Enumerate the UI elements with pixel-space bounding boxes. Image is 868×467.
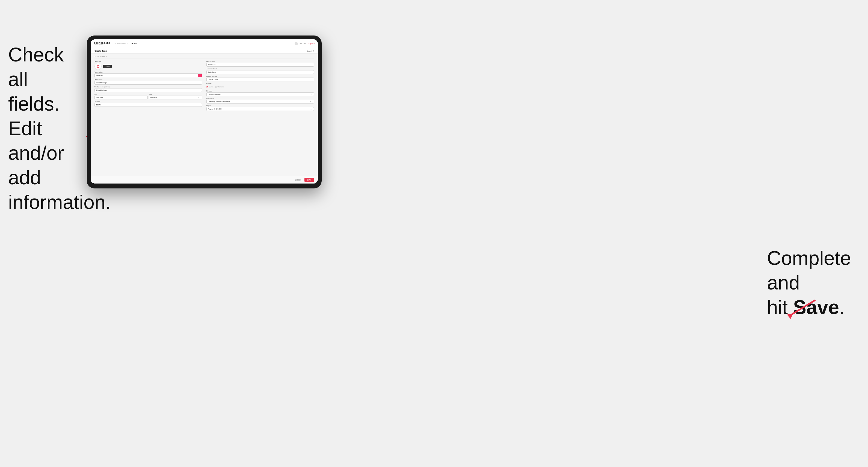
navbar-logo: SCOREBOARD Powered by clippd [94, 42, 111, 45]
tab-teams[interactable]: TEAMS [131, 42, 137, 45]
conference-label: Conference [207, 97, 314, 99]
division-label: Division [207, 90, 314, 92]
tablet-device: SCOREBOARD Powered by clippd TOURNAMENTS… [87, 35, 322, 188]
cancel-footer-button[interactable]: Cancel [293, 178, 302, 182]
upload-button[interactable]: Upload [103, 65, 112, 68]
state-select[interactable]: New York ✕ ⌄ [149, 96, 202, 99]
team-colour-group: Team colour #F43168 [94, 71, 202, 77]
form-body: TEAM DETAILS Team logo [91, 54, 318, 113]
gender-label: Gender [207, 83, 314, 84]
annotation-right-line1: Complete and [767, 247, 851, 293]
city-state-group: City New York State New York [94, 93, 202, 99]
annotation-right-end: . [839, 296, 844, 318]
save-button[interactable]: Save [305, 178, 314, 182]
city-group: City New York [94, 93, 148, 99]
athletic-director-group: Athletic Director Charlie Quick [207, 75, 314, 82]
division-group: Division NCAA Division III ⌄ [207, 90, 314, 96]
athletic-director-label: Athletic Director [207, 75, 314, 77]
conference-group: Conference University Athletic Associati… [207, 97, 314, 103]
logo-sub: Powered by clippd [94, 44, 111, 45]
assistant-coach-label: Assistant Coach [207, 68, 314, 70]
gender-radio-row: Mens Womens [207, 85, 314, 89]
annotation-left: Check all fields. Edit and/or add inform… [8, 42, 85, 214]
left-column: Team logo C Upload Team colo [94, 61, 202, 111]
display-name-input[interactable]: Clippd College [94, 88, 202, 92]
radio-mens-dot [207, 86, 208, 88]
gender-mens-option[interactable]: Mens [207, 86, 213, 88]
section-label: TEAM DETAILS [94, 56, 314, 58]
form-grid: Team logo C Upload Team colo [94, 61, 314, 111]
head-coach-group: Head Coach Marcus El [207, 61, 314, 67]
region-group: Region Region II - (M) DIII ✕ ⌄ [207, 105, 314, 111]
display-name-label: Display name (unique) [94, 86, 202, 88]
colour-swatch[interactable] [198, 73, 202, 77]
head-coach-label: Head Coach [207, 61, 314, 62]
zip-group: Zip code 10279 [94, 101, 202, 107]
head-coach-input[interactable]: Marcus El [207, 63, 314, 67]
assistant-coach-input[interactable]: Josh Coles [207, 70, 314, 74]
region-select[interactable]: Region II - (M) DIII ✕ ⌄ [207, 107, 314, 111]
region-label: Region [207, 105, 314, 106]
form-footer: Cancel Save [91, 176, 318, 184]
radio-mens-fill [207, 86, 208, 87]
arrow-right-icon [779, 295, 817, 322]
right-column: Head Coach Marcus El Assistant Coach Jos… [207, 61, 314, 111]
zip-label: Zip code [94, 101, 202, 102]
page-header: Create Team Cancel ✕ [91, 48, 318, 54]
athletic-director-input[interactable]: Charlie Quick [207, 77, 314, 82]
navbar: SCOREBOARD Powered by clippd TOURNAMENTS… [91, 39, 318, 48]
zip-input[interactable]: 10279 [94, 103, 202, 107]
conference-controls: ✕ ⌄ [310, 101, 312, 102]
user-name: Test User | [299, 43, 307, 44]
gender-womens-label: Womens [218, 86, 224, 88]
tab-tournaments[interactable]: TOURNAMENTS [115, 42, 129, 45]
assistant-coach-group: Assistant Coach Josh Coles [207, 68, 314, 74]
team-name-group: Team name Clippd College [94, 79, 202, 85]
colour-input-row: #F43168 [94, 73, 202, 77]
cancel-top-link[interactable]: Cancel ✕ [307, 50, 314, 52]
gender-mens-label: Mens [209, 86, 213, 88]
svg-marker-1 [787, 313, 793, 319]
navbar-tabs: TOURNAMENTS TEAMS [115, 42, 295, 45]
annotation-line1: Check all fields. [8, 44, 64, 115]
sign-out-link[interactable]: Sign out [309, 43, 314, 44]
team-logo-circle: C [94, 63, 101, 70]
team-logo-label: Team logo [94, 61, 202, 62]
page-title: Create Team [94, 50, 107, 52]
division-select[interactable]: NCAA Division III ⌄ [207, 92, 314, 96]
close-icon: ✕ [312, 50, 314, 52]
logo-upload-row: C Upload [94, 63, 202, 70]
conference-select[interactable]: University Athletic Association ✕ ⌄ [207, 100, 314, 103]
team-name-label: Team name [94, 79, 202, 80]
city-state-row: City New York State New York [94, 93, 202, 99]
state-label: State [149, 93, 202, 95]
main-content: Create Team Cancel ✕ TEAM DETAILS [91, 48, 318, 176]
radio-womens-dot [215, 86, 217, 88]
avatar [294, 42, 298, 45]
logo-main: SCOREBOARD [94, 42, 111, 44]
annotation-line2: Edit and/or add [8, 118, 64, 188]
gender-womens-option[interactable]: Womens [215, 86, 224, 88]
colour-text-input[interactable]: #F43168 [94, 73, 198, 77]
state-select-controls: ✕ ⌄ [198, 97, 201, 98]
team-colour-label: Team colour [94, 71, 202, 73]
state-group: State New York ✕ ⌄ [149, 93, 202, 99]
team-name-input[interactable]: Clippd College [94, 81, 202, 85]
display-name-group: Display name (unique) Clippd College [94, 86, 202, 92]
division-chevron-icon: ⌄ [311, 93, 312, 95]
city-label: City [94, 93, 148, 95]
gender-group: Gender Mens [207, 83, 314, 89]
city-input[interactable]: New York [94, 96, 148, 99]
navbar-right: Test User | Sign out [294, 42, 314, 45]
team-logo-group: Team logo C Upload [94, 61, 202, 70]
annotation-line3: information. [8, 191, 111, 213]
region-controls: ✕ ⌄ [310, 108, 312, 110]
